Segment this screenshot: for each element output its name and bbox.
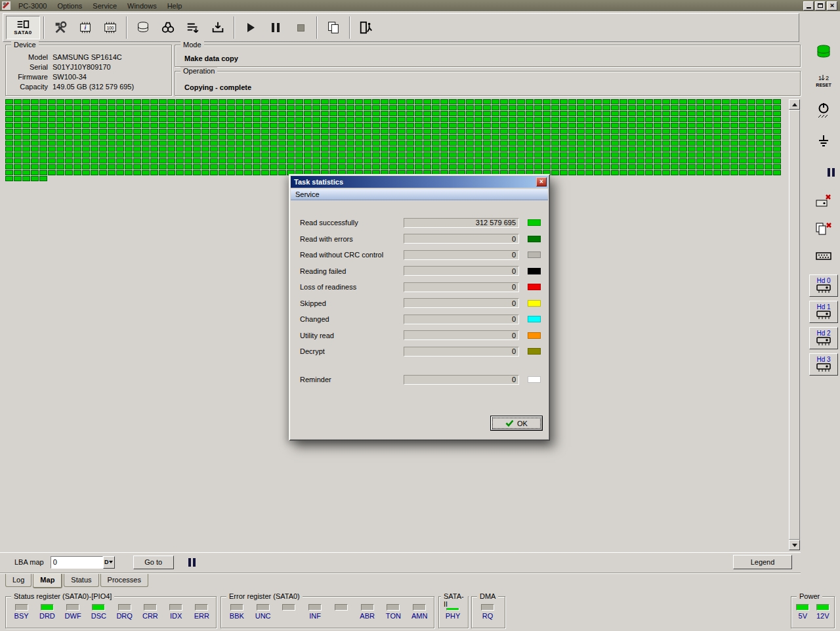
map-block[interactable] [338,123,346,128]
map-block[interactable] [509,123,516,128]
map-block[interactable] [517,164,525,169]
map-block[interactable] [637,129,644,134]
map-block[interactable] [321,135,329,140]
map-block[interactable] [210,158,218,163]
map-block[interactable] [142,135,150,140]
map-block[interactable] [611,123,619,128]
map-block[interactable] [679,158,687,163]
map-block[interactable] [645,158,653,163]
map-block[interactable] [398,117,406,122]
map-block[interactable] [108,170,116,175]
map-block[interactable] [304,123,312,128]
map-block[interactable] [176,129,184,134]
map-block[interactable] [227,141,235,146]
map-block[interactable] [39,129,47,134]
map-block[interactable] [645,164,653,169]
spindle-stop-button[interactable] [811,100,836,121]
map-block[interactable] [142,99,150,104]
map-block[interactable] [91,158,98,163]
map-block[interactable] [602,129,610,134]
map-block[interactable] [602,152,610,158]
map-block[interactable] [150,99,158,104]
minimize-button[interactable] [803,1,814,11]
map-block[interactable] [662,146,670,152]
map-block[interactable] [133,129,141,134]
map-block[interactable] [39,135,47,140]
map-block[interactable] [312,99,320,104]
map-block[interactable] [193,170,201,175]
map-block[interactable] [227,152,235,158]
map-block[interactable] [517,152,525,158]
map-block[interactable] [543,117,551,122]
map-block[interactable] [287,129,295,134]
map-block[interactable] [227,164,235,169]
map-block[interactable] [176,141,184,146]
map-block[interactable] [227,129,235,134]
map-block[interactable] [108,129,116,134]
map-block[interactable] [526,117,534,122]
map-block[interactable] [654,152,662,158]
map-block[interactable] [184,158,192,163]
map-block[interactable] [637,135,644,140]
map-block[interactable] [415,146,423,152]
map-block[interactable] [620,152,627,158]
map-block[interactable] [423,99,431,104]
map-block[interactable] [210,146,218,152]
map-block[interactable] [184,164,192,169]
map-block[interactable] [577,164,585,169]
map-block[interactable] [210,152,218,158]
map-block[interactable] [440,117,448,122]
map-block[interactable] [321,111,329,116]
map-block[interactable] [492,152,499,158]
map-block[interactable] [329,129,337,134]
map-block[interactable] [483,111,491,116]
map-block[interactable] [108,117,116,122]
map-block[interactable] [628,135,636,140]
map-block[interactable] [449,129,457,134]
map-block[interactable] [22,141,30,146]
map-block[interactable] [74,99,81,104]
map-block[interactable] [628,105,636,110]
map-block[interactable] [22,135,30,140]
map-block[interactable] [270,105,278,110]
map-block[interactable] [372,105,380,110]
map-block[interactable] [440,129,448,134]
map-block[interactable] [14,176,22,181]
map-block[interactable] [201,164,209,169]
map-block[interactable] [671,146,679,152]
map-block[interactable] [432,129,440,134]
hd-button-hd-2[interactable]: Hd 2 [809,327,838,349]
map-block[interactable] [705,170,713,175]
map-block[interactable] [688,129,696,134]
map-block[interactable] [125,111,133,116]
map-block[interactable] [39,105,47,110]
map-block[interactable] [295,164,303,169]
lba-radix-button[interactable]: D [103,556,115,569]
map-block[interactable] [654,135,662,140]
map-block[interactable] [133,158,141,163]
map-block[interactable] [236,99,243,104]
map-block[interactable] [423,117,431,122]
map-block[interactable] [747,117,755,122]
map-block[interactable] [65,123,73,128]
map-block[interactable] [355,105,363,110]
map-block[interactable] [705,117,713,122]
map-block[interactable] [602,117,610,122]
map-block[interactable] [56,141,64,146]
map-block[interactable] [253,170,261,175]
map-block[interactable] [406,117,414,122]
map-block[interactable] [765,135,772,140]
map-block[interactable] [278,111,286,116]
map-block[interactable] [671,152,679,158]
map-block[interactable] [201,170,209,175]
map-block[interactable] [705,158,713,163]
map-block[interactable] [671,111,679,116]
map-block[interactable] [142,117,150,122]
map-block[interactable] [5,176,13,181]
map-block[interactable] [628,99,636,104]
map-block[interactable] [500,99,508,104]
map-block[interactable] [364,135,371,140]
map-block[interactable] [261,146,269,152]
map-block[interactable] [167,111,175,116]
map-block[interactable] [48,141,56,146]
